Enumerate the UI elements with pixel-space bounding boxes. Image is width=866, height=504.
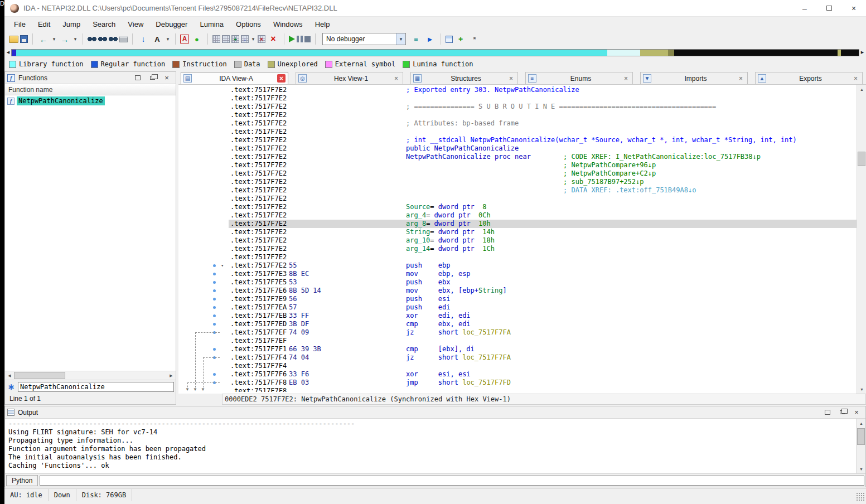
navigate-forward-dropdown[interactable]: ▾	[72, 33, 78, 45]
disasm-line[interactable]: .text:7517F7EF	[178, 337, 857, 345]
jump-to-address-icon[interactable]	[88, 36, 96, 42]
patch-word-icon[interactable]	[222, 35, 230, 43]
pause-process-icon[interactable]	[297, 36, 303, 42]
hscroll-track[interactable]	[14, 371, 167, 380]
resize-grip[interactable]	[856, 492, 865, 501]
delete-function-icon[interactable]: ×	[267, 33, 279, 45]
scroll-thumb[interactable]	[858, 152, 865, 166]
functions-panel-titlebar[interactable]: f Functions ×	[5, 72, 176, 84]
disasm-line[interactable]: .text:7517F7E2; Exported entry 303. Netp…	[178, 86, 857, 94]
search-next-code-icon[interactable]	[98, 36, 107, 42]
disasm-line[interactable]: .text:7517F7E2; NetpwPathCompare+C2↓p	[178, 169, 857, 178]
output-close-button[interactable]: ×	[852, 408, 861, 417]
disasm-line[interactable]: .text:7517F7ED3B DFcmp ebx, edi	[178, 320, 857, 328]
disasm-line[interactable]: .text:7517F7E2; NetpwPathCompare+96↓p	[178, 161, 857, 169]
disasm-line[interactable]: .text:7517F7F474 04jz short loc_7517F7FA	[178, 353, 857, 362]
disasm-line[interactable]: .text:7517F7F8EB 03jmp short loc_7517F7F…	[178, 379, 857, 387]
output-titlebar[interactable]: Output ×	[5, 406, 865, 419]
functions-float-button[interactable]	[148, 74, 157, 83]
filter-icon[interactable]: ∗	[7, 382, 16, 392]
menu-options[interactable]: Options	[230, 18, 267, 31]
disasm-line[interactable]: .text:7517F7E2	[178, 128, 857, 136]
functions-close-button[interactable]: ×	[162, 74, 171, 83]
open-file-icon[interactable]	[9, 36, 18, 43]
close-button[interactable]: ×	[841, 0, 866, 16]
menu-help[interactable]: Help	[309, 18, 336, 31]
disasm-line[interactable]: ▾.text:7517F7E255push ebp	[178, 261, 857, 270]
output-maximize-button[interactable]	[823, 408, 832, 417]
maximize-button[interactable]	[817, 0, 841, 16]
tab-close-icon[interactable]: ×	[277, 74, 286, 83]
menu-search[interactable]: Search	[86, 18, 122, 31]
functions-filter-input[interactable]	[18, 382, 174, 392]
tab-close-icon[interactable]: ×	[392, 74, 400, 83]
disasm-line[interactable]: .text:7517F7E2	[178, 195, 857, 203]
tab-imports[interactable]: ▼Imports×	[640, 72, 748, 84]
disasm-line[interactable]: .text:7517F7E2arg_10= dword ptr 18h	[178, 236, 857, 245]
disasm-line[interactable]: .text:7517F7E68B 5D 14mov ebx, [ebp+Stri…	[178, 287, 857, 295]
disasm-line[interactable]: .text:7517F7E2	[178, 111, 857, 119]
disassembly-scrollbar[interactable]: ▲ ▼	[857, 85, 866, 394]
nav-right-arrow-icon[interactable]: ▶	[859, 50, 865, 55]
stop-process-icon[interactable]	[304, 36, 311, 42]
tab-close-icon[interactable]: ×	[737, 74, 745, 83]
hscroll-left-arrow-icon[interactable]: ◀	[5, 374, 14, 378]
disasm-line[interactable]: .text:7517F7E2; sub_75187B97+252↓p	[178, 178, 857, 186]
scroll-down-arrow-icon[interactable]: ▼	[857, 385, 866, 394]
disasm-line[interactable]: .text:7517F7F633 F6xor esi, esi	[178, 370, 857, 379]
menu-debugger[interactable]: Debugger	[149, 18, 193, 31]
tab-close-icon[interactable]: ×	[507, 74, 515, 83]
navigate-back-icon[interactable]: ←	[37, 33, 50, 45]
hscroll-thumb[interactable]	[14, 372, 65, 379]
tab-enums[interactable]: ≡Enums×	[525, 72, 633, 84]
create-text-icon[interactable]: A	[151, 33, 163, 45]
function-name-column-header[interactable]: Function name	[5, 84, 176, 95]
hscroll-right-arrow-icon[interactable]: ▶	[167, 374, 176, 378]
nav-left-arrow-icon[interactable]: ◀	[5, 50, 11, 55]
menu-jump[interactable]: Jump	[56, 18, 86, 31]
apply-patch-icon[interactable]: ↓	[241, 35, 249, 43]
assemble-icon[interactable]: +	[231, 35, 239, 43]
start-process-icon[interactable]	[289, 36, 295, 42]
tab-close-icon[interactable]: ×	[622, 74, 630, 83]
navigation-band[interactable]	[11, 49, 859, 56]
search-next-data-icon[interactable]	[109, 36, 118, 42]
disasm-line[interactable]: .text:7517F7E2	[178, 94, 857, 103]
disasm-line[interactable]: .text:7517F7E2; Attributes: bp-based fra…	[178, 119, 857, 128]
function-list-item[interactable]: fNetpwPathCanonicalize	[5, 96, 176, 106]
tab-exports[interactable]: ▲Exports×	[755, 72, 863, 84]
output-scroll-thumb[interactable]	[857, 428, 865, 445]
create-text-dropdown[interactable]: ▾	[165, 33, 171, 45]
tab-hex-view-1[interactable]: ◎Hex View-1×	[296, 72, 403, 84]
disasm-line[interactable]: .text:7517F7E2String= dword ptr 14h	[178, 228, 857, 236]
disasm-line[interactable]: .text:7517F7E2arg_14= dword ptr 1Ch	[178, 245, 857, 253]
print-icon[interactable]	[119, 36, 128, 42]
output-scroll-up-icon[interactable]: ▲	[857, 419, 866, 428]
disasm-line[interactable]: .text:7517F7F4	[178, 362, 857, 370]
minimize-button[interactable]: –	[792, 0, 817, 16]
disasm-line[interactable]: .text:7517F7E2; int __stdcall NetpwPathC…	[178, 136, 857, 144]
tab-ida-view-a[interactable]: ▤IDA View-A×	[181, 72, 288, 84]
python-input[interactable]	[40, 476, 864, 486]
attach-to-process-icon[interactable]: ≡	[410, 33, 422, 45]
menu-lumina[interactable]: Lumina	[193, 18, 230, 31]
debugger-options-icon[interactable]: ▸	[424, 33, 436, 45]
menu-edit[interactable]: Edit	[32, 18, 56, 31]
disasm-line[interactable]: .text:7517F7EB33 FFxor edi, edi	[178, 312, 857, 320]
disasm-line[interactable]: .text:7517F7F8	[178, 387, 857, 392]
disasm-line[interactable]: .text:7517F7E2	[178, 253, 857, 261]
add-breakpoint-icon[interactable]: +	[454, 33, 467, 45]
disasm-line[interactable]: .text:7517F7E2arg_8= dword ptr 10h	[178, 220, 857, 228]
patch-dropdown[interactable]: ▾	[250, 33, 256, 45]
revert-patch-icon[interactable]: ×	[258, 35, 265, 43]
disasm-line[interactable]: .text:7517F7E38B ECmov ebp, esp	[178, 270, 857, 278]
menu-windows[interactable]: Windows	[267, 18, 309, 31]
navigate-forward-icon[interactable]: →	[59, 33, 71, 45]
jump-down-icon[interactable]: ↓	[137, 33, 149, 45]
lumina-icon[interactable]: ●	[191, 33, 203, 45]
output-scroll-down-icon[interactable]: ▼	[857, 464, 866, 473]
functions-maximize-button[interactable]	[133, 74, 142, 83]
disasm-line[interactable]: .text:7517F7F166 39 3Bcmp [ebx], di	[178, 345, 857, 353]
debugger-select[interactable]: No debugger▾	[322, 33, 406, 45]
scroll-up-arrow-icon[interactable]: ▲	[857, 85, 866, 94]
